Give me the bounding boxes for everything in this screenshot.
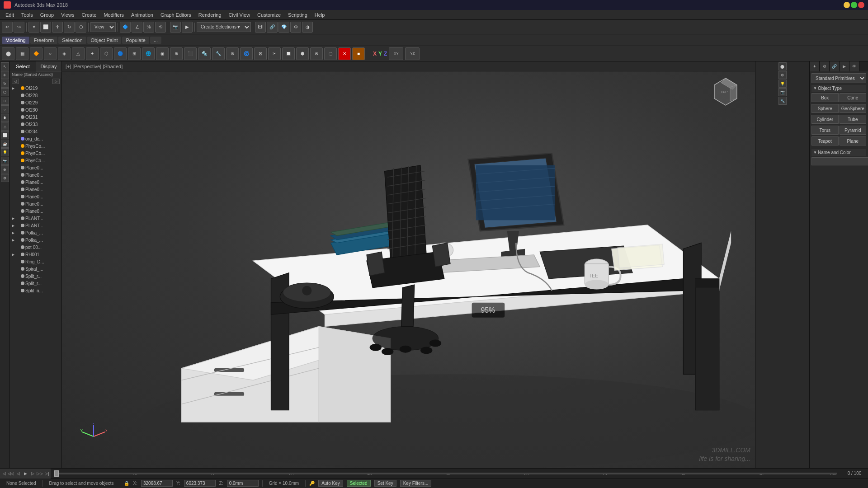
obj-btn-24[interactable]: ◌ xyxy=(324,47,337,60)
obj-btn-26[interactable]: ■ xyxy=(352,47,365,60)
tree-item[interactable]: ▶ Of219 xyxy=(10,84,61,92)
obj-btn-14[interactable]: ⬛ xyxy=(184,47,197,60)
viewport-canvas[interactable]: TEE xyxy=(62,71,755,468)
obj-btn-11[interactable]: 🌐 xyxy=(142,47,155,60)
tool-light[interactable]: 💡 xyxy=(1,148,9,156)
btn-plane[interactable]: Plane xyxy=(840,136,867,145)
btn-teapot[interactable]: Teapot xyxy=(811,136,839,145)
xy-btn[interactable]: XY xyxy=(389,47,403,60)
tree-item[interactable]: Split_r... xyxy=(10,272,61,280)
tree-item[interactable]: Of230 xyxy=(10,106,61,113)
move-button[interactable]: ✛ xyxy=(52,22,63,33)
obj-btn-17[interactable]: ⊛ xyxy=(226,47,239,60)
tree-item[interactable]: ▶ RH001 xyxy=(10,251,61,258)
menu-views[interactable]: Views xyxy=(57,11,78,19)
obj-btn-12[interactable]: ◉ xyxy=(156,47,169,60)
tree-item[interactable]: Of233 xyxy=(10,121,61,128)
tab-display[interactable]: Display xyxy=(36,61,61,71)
timeline-thumb[interactable] xyxy=(54,470,59,477)
undo-button[interactable]: ↩ xyxy=(2,22,13,33)
create-selection-select[interactable]: Create Selections▼ xyxy=(197,22,251,32)
tool-systems[interactable]: ⚙ xyxy=(1,174,9,182)
obj-btn-19[interactable]: ⊠ xyxy=(254,47,267,60)
standard-primitives-select[interactable]: Standard Primitives xyxy=(811,73,866,83)
set-key-button[interactable]: Set Key xyxy=(374,480,396,487)
obj-btn-6[interactable]: △ xyxy=(72,47,85,60)
btn-sphere[interactable]: Sphere xyxy=(811,104,839,113)
props-tab-motion[interactable]: ▶ xyxy=(840,61,849,71)
tab-populate[interactable]: Populate xyxy=(122,37,149,44)
props-tab-display[interactable]: 👁 xyxy=(849,61,859,71)
obj-btn-2[interactable]: ▦ xyxy=(16,47,28,60)
tool-cone[interactable]: △ xyxy=(1,122,9,131)
btn-torus[interactable]: Torus xyxy=(811,126,839,135)
tab-freeform[interactable]: Freeform xyxy=(30,37,58,44)
rotate-button[interactable]: ↻ xyxy=(64,22,75,33)
render-setup-button[interactable]: ⚙ xyxy=(290,22,301,33)
menu-animation[interactable]: Animation xyxy=(127,11,157,19)
material-editor-button[interactable]: 💎 xyxy=(278,22,289,33)
timeline-slider[interactable] xyxy=(54,473,837,474)
btn-pyramid[interactable]: Pyramid xyxy=(840,126,867,135)
btn-geosphere[interactable]: GeoSphere xyxy=(840,104,867,113)
tree-item[interactable]: Plane0... xyxy=(10,178,61,186)
menu-tools[interactable]: Tools xyxy=(18,11,37,19)
yz-btn[interactable]: YZ xyxy=(405,47,420,60)
curve-editor-button[interactable]: 🎞 xyxy=(255,22,266,33)
tree-item[interactable]: Plane0... xyxy=(10,186,61,193)
tree-item[interactable]: Of234 xyxy=(10,128,61,135)
obj-btn-5[interactable]: ◈ xyxy=(58,47,71,60)
btn-cone[interactable]: Cone xyxy=(840,93,867,102)
reference-coord-select[interactable]: ViewWorldLocal xyxy=(90,22,116,32)
select-region-button[interactable]: ⬜ xyxy=(40,22,51,33)
viewport[interactable]: [+] [Perspective] [Shaded] xyxy=(62,61,755,468)
angle-snap-button[interactable]: ∠ xyxy=(132,22,142,33)
tree-item[interactable]: Plane0... xyxy=(10,164,61,171)
z-coord-input[interactable] xyxy=(227,480,259,487)
rt-btn-5[interactable]: 🔧 xyxy=(778,97,787,105)
tool-plane[interactable]: ⬜ xyxy=(1,131,9,139)
menu-customize[interactable]: Customize xyxy=(254,11,284,19)
tab-modeling[interactable]: Modeling xyxy=(2,37,29,44)
tree-item[interactable]: ▶ PLANT... xyxy=(10,222,61,229)
tl-next[interactable]: ▷ xyxy=(29,469,36,479)
tool-camera[interactable]: 📷 xyxy=(1,157,9,165)
obj-btn-21[interactable]: 🔲 xyxy=(282,47,295,60)
tree-item[interactable]: Plane0... xyxy=(10,193,61,200)
tree-item[interactable]: PhysCo... xyxy=(10,150,61,157)
tl-next-key[interactable]: ▷▷ xyxy=(36,469,43,479)
tree-item[interactable]: Plane0... xyxy=(10,207,61,215)
tree-item[interactable]: Split_n... xyxy=(10,287,61,294)
rt-btn-4[interactable]: 📷 xyxy=(778,88,787,96)
name-color-title[interactable]: ▼ Name and Color xyxy=(811,149,866,156)
quick-render-button[interactable]: ▶ xyxy=(182,22,193,33)
tree-item[interactable]: ▶ PLANT... xyxy=(10,215,61,222)
viewcube[interactable]: TOP xyxy=(710,76,741,108)
object-type-title[interactable]: ▼ Object Type xyxy=(811,85,866,92)
tab-selection[interactable]: Selection xyxy=(58,37,86,44)
tool-scale[interactable]: ⬡ xyxy=(1,88,9,96)
tl-end[interactable]: ▷| xyxy=(43,469,51,479)
tool-rotate[interactable]: ↻ xyxy=(1,80,9,88)
auto-key-button[interactable]: Auto Key xyxy=(318,480,343,487)
render-scene-button[interactable]: 📷 xyxy=(170,22,181,33)
redo-button[interactable]: ↪ xyxy=(14,22,24,33)
percent-snap-button[interactable]: % xyxy=(143,22,154,33)
props-tab-hierarchy[interactable]: 🔗 xyxy=(830,61,840,71)
obj-btn-3[interactable]: 🔶 xyxy=(30,47,42,60)
obj-btn-13[interactable]: ⊕ xyxy=(170,47,183,60)
tree-item[interactable]: org_dc... xyxy=(10,135,61,142)
tree-item[interactable]: pot 00... xyxy=(10,244,61,251)
rt-btn-2[interactable]: ⚙ xyxy=(778,71,787,79)
tool-select[interactable]: ↖ xyxy=(1,62,9,70)
minimize-button[interactable] xyxy=(844,2,850,8)
btn-tube[interactable]: Tube xyxy=(840,115,867,124)
tab-object-paint[interactable]: Object Paint xyxy=(87,37,122,44)
props-tab-create[interactable]: ✦ xyxy=(810,61,820,71)
tree-item[interactable]: ▶ Polka_... xyxy=(10,229,61,236)
key-filters-button[interactable]: Key Filters... xyxy=(400,480,432,487)
btn-box[interactable]: Box xyxy=(811,93,839,102)
tree-item[interactable]: Split_r... xyxy=(10,280,61,287)
rt-btn-3[interactable]: 💡 xyxy=(778,80,787,88)
tool-box[interactable]: □ xyxy=(1,97,9,105)
